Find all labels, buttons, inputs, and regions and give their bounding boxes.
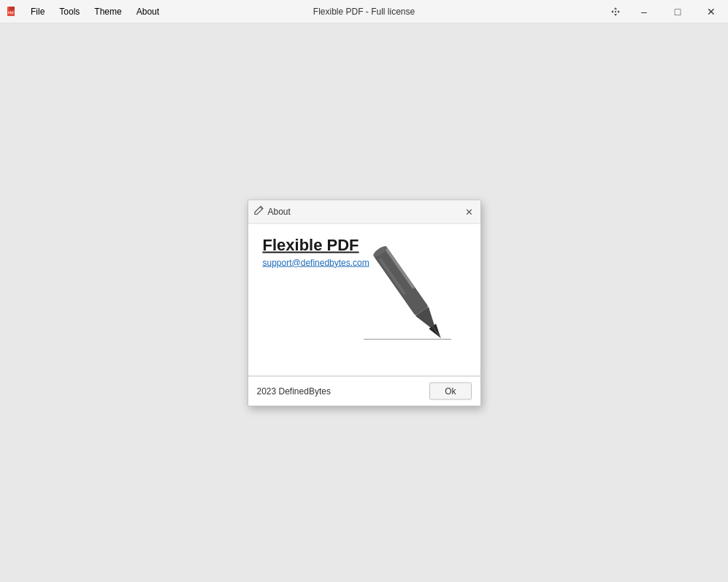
svg-rect-1 bbox=[9, 7, 15, 10]
menu-about[interactable]: About bbox=[129, 2, 166, 21]
menu-bar: File Tools Theme About bbox=[23, 2, 166, 21]
dialog-title-icon bbox=[254, 206, 264, 218]
title-bar: PDF File Tools Theme About Flexible PDF … bbox=[0, 0, 728, 23]
copyright-text: 2023 DefinedBytes bbox=[257, 386, 331, 396]
dialog-titlebar: About ✕ bbox=[248, 200, 480, 223]
svg-rect-3 bbox=[615, 11, 616, 12]
svg-text:PDF: PDF bbox=[8, 11, 15, 15]
dialog-overlay: About ✕ Flexible PDF support@definedbyte… bbox=[0, 23, 728, 582]
menu-theme[interactable]: Theme bbox=[87, 2, 129, 21]
menu-tools[interactable]: Tools bbox=[52, 2, 87, 21]
menu-file[interactable]: File bbox=[23, 2, 52, 21]
ok-button[interactable]: Ok bbox=[429, 382, 471, 399]
title-controls: – □ ✕ bbox=[604, 0, 728, 23]
dialog-close-button[interactable]: ✕ bbox=[461, 204, 478, 220]
pen-illustration bbox=[356, 231, 473, 348]
maximize-button[interactable]: □ bbox=[661, 0, 694, 23]
dialog-title-text: About bbox=[268, 207, 291, 217]
dialog-body: Flexible PDF support@definedbytes.com bbox=[248, 223, 480, 370]
window-title: Flexible PDF - Full license bbox=[313, 7, 415, 17]
close-button[interactable]: ✕ bbox=[694, 0, 728, 23]
dialog-footer: 2023 DefinedBytes Ok bbox=[248, 376, 480, 405]
svg-rect-5 bbox=[373, 247, 428, 316]
about-dialog: About ✕ Flexible PDF support@definedbyte… bbox=[248, 199, 481, 406]
app-icon: PDF bbox=[4, 4, 19, 19]
main-content: About ✕ Flexible PDF support@definedbyte… bbox=[0, 23, 728, 582]
move-icon bbox=[604, 0, 627, 23]
minimize-button[interactable]: – bbox=[627, 0, 661, 23]
